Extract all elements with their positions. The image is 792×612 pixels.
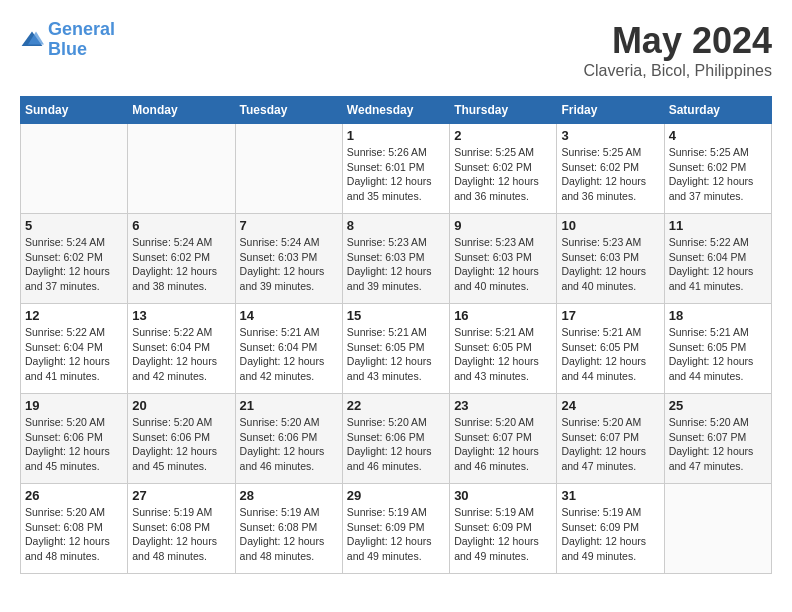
logo-text: General Blue <box>48 20 115 60</box>
day-info: Sunrise: 5:24 AMSunset: 6:03 PMDaylight:… <box>240 235 338 294</box>
calendar-day-header: Sunday <box>21 97 128 124</box>
calendar-cell: 4 Sunrise: 5:25 AMSunset: 6:02 PMDayligh… <box>664 124 771 214</box>
day-info: Sunrise: 5:20 AMSunset: 6:07 PMDaylight:… <box>561 415 659 474</box>
calendar-week-row: 1 Sunrise: 5:26 AMSunset: 6:01 PMDayligh… <box>21 124 772 214</box>
calendar-cell: 13 Sunrise: 5:22 AMSunset: 6:04 PMDaylig… <box>128 304 235 394</box>
calendar-cell: 11 Sunrise: 5:22 AMSunset: 6:04 PMDaylig… <box>664 214 771 304</box>
calendar-day-header: Saturday <box>664 97 771 124</box>
day-number: 25 <box>669 398 767 413</box>
day-number: 23 <box>454 398 552 413</box>
calendar-cell <box>235 124 342 214</box>
day-number: 4 <box>669 128 767 143</box>
day-number: 28 <box>240 488 338 503</box>
calendar-cell: 31 Sunrise: 5:19 AMSunset: 6:09 PMDaylig… <box>557 484 664 574</box>
day-info: Sunrise: 5:19 AMSunset: 6:08 PMDaylight:… <box>240 505 338 564</box>
day-number: 21 <box>240 398 338 413</box>
day-info: Sunrise: 5:20 AMSunset: 6:08 PMDaylight:… <box>25 505 123 564</box>
day-info: Sunrise: 5:20 AMSunset: 6:06 PMDaylight:… <box>132 415 230 474</box>
day-info: Sunrise: 5:24 AMSunset: 6:02 PMDaylight:… <box>132 235 230 294</box>
day-number: 27 <box>132 488 230 503</box>
location: Claveria, Bicol, Philippines <box>583 62 772 80</box>
day-number: 8 <box>347 218 445 233</box>
day-number: 17 <box>561 308 659 323</box>
title-block: May 2024 Claveria, Bicol, Philippines <box>583 20 772 80</box>
day-number: 9 <box>454 218 552 233</box>
day-info: Sunrise: 5:24 AMSunset: 6:02 PMDaylight:… <box>25 235 123 294</box>
day-number: 29 <box>347 488 445 503</box>
day-info: Sunrise: 5:22 AMSunset: 6:04 PMDaylight:… <box>669 235 767 294</box>
day-info: Sunrise: 5:20 AMSunset: 6:06 PMDaylight:… <box>25 415 123 474</box>
calendar-cell <box>21 124 128 214</box>
day-info: Sunrise: 5:20 AMSunset: 6:06 PMDaylight:… <box>347 415 445 474</box>
day-info: Sunrise: 5:23 AMSunset: 6:03 PMDaylight:… <box>454 235 552 294</box>
calendar-day-header: Wednesday <box>342 97 449 124</box>
day-number: 6 <box>132 218 230 233</box>
logo-icon <box>20 30 44 50</box>
day-number: 16 <box>454 308 552 323</box>
calendar-cell: 24 Sunrise: 5:20 AMSunset: 6:07 PMDaylig… <box>557 394 664 484</box>
calendar-day-header: Tuesday <box>235 97 342 124</box>
calendar-cell: 29 Sunrise: 5:19 AMSunset: 6:09 PMDaylig… <box>342 484 449 574</box>
day-info: Sunrise: 5:19 AMSunset: 6:08 PMDaylight:… <box>132 505 230 564</box>
calendar-week-row: 5 Sunrise: 5:24 AMSunset: 6:02 PMDayligh… <box>21 214 772 304</box>
calendar-cell: 2 Sunrise: 5:25 AMSunset: 6:02 PMDayligh… <box>450 124 557 214</box>
day-info: Sunrise: 5:19 AMSunset: 6:09 PMDaylight:… <box>454 505 552 564</box>
day-info: Sunrise: 5:22 AMSunset: 6:04 PMDaylight:… <box>25 325 123 384</box>
calendar-week-row: 19 Sunrise: 5:20 AMSunset: 6:06 PMDaylig… <box>21 394 772 484</box>
day-number: 18 <box>669 308 767 323</box>
day-info: Sunrise: 5:23 AMSunset: 6:03 PMDaylight:… <box>561 235 659 294</box>
calendar-cell: 14 Sunrise: 5:21 AMSunset: 6:04 PMDaylig… <box>235 304 342 394</box>
calendar-cell: 19 Sunrise: 5:20 AMSunset: 6:06 PMDaylig… <box>21 394 128 484</box>
calendar-cell: 9 Sunrise: 5:23 AMSunset: 6:03 PMDayligh… <box>450 214 557 304</box>
day-number: 13 <box>132 308 230 323</box>
calendar-cell: 6 Sunrise: 5:24 AMSunset: 6:02 PMDayligh… <box>128 214 235 304</box>
day-number: 5 <box>25 218 123 233</box>
day-number: 30 <box>454 488 552 503</box>
day-number: 15 <box>347 308 445 323</box>
day-info: Sunrise: 5:20 AMSunset: 6:07 PMDaylight:… <box>454 415 552 474</box>
calendar-day-header: Thursday <box>450 97 557 124</box>
day-number: 20 <box>132 398 230 413</box>
calendar-cell: 5 Sunrise: 5:24 AMSunset: 6:02 PMDayligh… <box>21 214 128 304</box>
calendar-cell <box>128 124 235 214</box>
calendar-cell: 22 Sunrise: 5:20 AMSunset: 6:06 PMDaylig… <box>342 394 449 484</box>
day-info: Sunrise: 5:23 AMSunset: 6:03 PMDaylight:… <box>347 235 445 294</box>
calendar-cell: 3 Sunrise: 5:25 AMSunset: 6:02 PMDayligh… <box>557 124 664 214</box>
day-info: Sunrise: 5:25 AMSunset: 6:02 PMDaylight:… <box>454 145 552 204</box>
day-number: 10 <box>561 218 659 233</box>
logo-line1: General <box>48 19 115 39</box>
calendar-cell: 8 Sunrise: 5:23 AMSunset: 6:03 PMDayligh… <box>342 214 449 304</box>
day-info: Sunrise: 5:21 AMSunset: 6:05 PMDaylight:… <box>669 325 767 384</box>
calendar-cell: 25 Sunrise: 5:20 AMSunset: 6:07 PMDaylig… <box>664 394 771 484</box>
day-number: 2 <box>454 128 552 143</box>
calendar-cell: 23 Sunrise: 5:20 AMSunset: 6:07 PMDaylig… <box>450 394 557 484</box>
calendar-cell: 26 Sunrise: 5:20 AMSunset: 6:08 PMDaylig… <box>21 484 128 574</box>
day-info: Sunrise: 5:26 AMSunset: 6:01 PMDaylight:… <box>347 145 445 204</box>
day-info: Sunrise: 5:21 AMSunset: 6:05 PMDaylight:… <box>561 325 659 384</box>
calendar-cell: 18 Sunrise: 5:21 AMSunset: 6:05 PMDaylig… <box>664 304 771 394</box>
day-info: Sunrise: 5:21 AMSunset: 6:04 PMDaylight:… <box>240 325 338 384</box>
calendar-cell: 28 Sunrise: 5:19 AMSunset: 6:08 PMDaylig… <box>235 484 342 574</box>
day-info: Sunrise: 5:19 AMSunset: 6:09 PMDaylight:… <box>561 505 659 564</box>
calendar-cell: 30 Sunrise: 5:19 AMSunset: 6:09 PMDaylig… <box>450 484 557 574</box>
day-info: Sunrise: 5:20 AMSunset: 6:06 PMDaylight:… <box>240 415 338 474</box>
day-info: Sunrise: 5:19 AMSunset: 6:09 PMDaylight:… <box>347 505 445 564</box>
month-year: May 2024 <box>583 20 772 62</box>
calendar-cell: 16 Sunrise: 5:21 AMSunset: 6:05 PMDaylig… <box>450 304 557 394</box>
calendar-table: SundayMondayTuesdayWednesdayThursdayFrid… <box>20 96 772 574</box>
day-info: Sunrise: 5:21 AMSunset: 6:05 PMDaylight:… <box>454 325 552 384</box>
day-number: 14 <box>240 308 338 323</box>
day-info: Sunrise: 5:22 AMSunset: 6:04 PMDaylight:… <box>132 325 230 384</box>
day-number: 19 <box>25 398 123 413</box>
calendar-week-row: 12 Sunrise: 5:22 AMSunset: 6:04 PMDaylig… <box>21 304 772 394</box>
day-info: Sunrise: 5:25 AMSunset: 6:02 PMDaylight:… <box>669 145 767 204</box>
day-number: 7 <box>240 218 338 233</box>
logo-line2: Blue <box>48 39 87 59</box>
day-number: 26 <box>25 488 123 503</box>
calendar-cell: 21 Sunrise: 5:20 AMSunset: 6:06 PMDaylig… <box>235 394 342 484</box>
page-header: General Blue May 2024 Claveria, Bicol, P… <box>20 20 772 80</box>
logo: General Blue <box>20 20 115 60</box>
day-number: 31 <box>561 488 659 503</box>
day-info: Sunrise: 5:21 AMSunset: 6:05 PMDaylight:… <box>347 325 445 384</box>
day-number: 11 <box>669 218 767 233</box>
